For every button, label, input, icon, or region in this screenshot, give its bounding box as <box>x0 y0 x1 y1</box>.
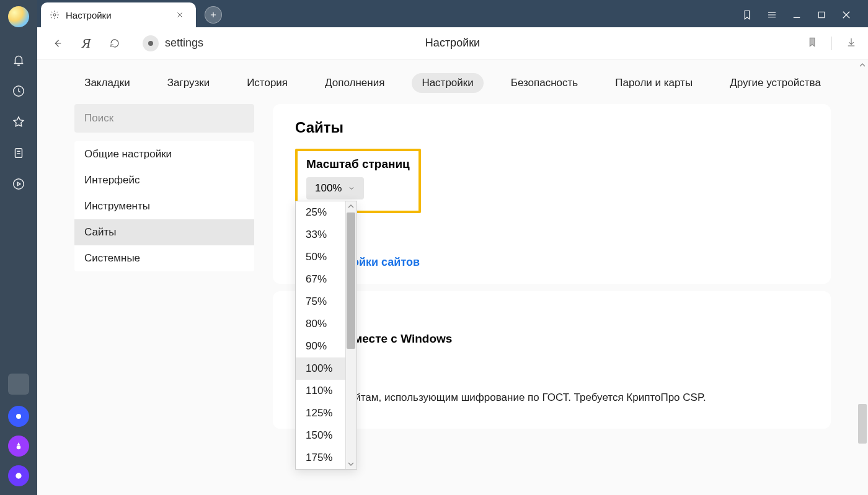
topnav-devices[interactable]: Другие устройства <box>720 73 831 93</box>
dropdown-scrollbar[interactable] <box>345 201 356 469</box>
svg-point-5 <box>16 473 21 478</box>
link-adv-settings-partial[interactable]: ные настройки сайтов <box>295 256 808 269</box>
back-button[interactable] <box>48 34 67 53</box>
scroll-down-icon[interactable] <box>348 461 354 467</box>
svg-point-6 <box>53 14 56 16</box>
download-icon[interactable] <box>846 37 857 50</box>
scroll-up-icon[interactable] <box>348 203 354 209</box>
scrollbar-thumb[interactable] <box>858 404 867 444</box>
zoom-select[interactable]: 100% <box>306 177 364 199</box>
play-circle-icon[interactable] <box>12 177 25 191</box>
chevron-down-icon <box>348 185 355 192</box>
zoom-value: 100% <box>315 182 342 195</box>
tab-title: Настройки <box>66 10 112 20</box>
start-with-windows-label: Браузер вместе с Windows <box>295 332 808 346</box>
settings-favicon-icon <box>143 35 159 51</box>
sites-heading: Сайты <box>295 119 808 136</box>
window-close-icon[interactable] <box>841 9 852 20</box>
reload-button[interactable] <box>105 34 124 53</box>
sidenav-sites[interactable]: Сайты <box>74 219 254 245</box>
topnav-downloads[interactable]: Загрузки <box>157 73 219 93</box>
content-area: Закладки Загрузки История Дополнения Нас… <box>37 59 868 495</box>
sidebar-app-3-icon[interactable] <box>8 465 29 486</box>
new-tab-button[interactable] <box>205 6 222 24</box>
url-text: settings <box>165 37 203 50</box>
close-icon[interactable] <box>172 7 187 22</box>
sidenav-tools[interactable]: Инструменты <box>74 193 254 219</box>
topnav-passwords[interactable]: Пароли и карты <box>605 73 702 93</box>
menu-icon[interactable] <box>766 9 777 20</box>
sidebar-add-button[interactable] <box>8 374 29 395</box>
topnav-history[interactable]: История <box>237 73 298 93</box>
settings-topnav: Закладки Загрузки История Дополнения Нас… <box>37 59 868 104</box>
topnav-addons[interactable]: Дополнения <box>315 73 394 93</box>
svg-point-4 <box>17 445 21 450</box>
topnav-bookmarks[interactable]: Закладки <box>74 73 140 93</box>
window-maximize-icon[interactable] <box>816 9 827 20</box>
sidenav-general[interactable]: Общие настройки <box>74 141 254 167</box>
other-heading-suffix: ые <box>295 302 808 320</box>
topnav-security[interactable]: Безопасность <box>501 73 588 93</box>
sidenav-interface[interactable]: Интерфейс <box>74 167 254 193</box>
zoom-dropdown[interactable]: 25% 33% 50% 67% 75% 80% 90% 100% 110% 12… <box>295 201 357 470</box>
star-icon[interactable] <box>12 115 25 129</box>
topnav-settings[interactable]: Настройки <box>412 73 483 93</box>
link-sites-partial[interactable]: сайтов <box>295 224 808 237</box>
tab-settings[interactable]: Настройки <box>41 2 196 27</box>
sidebar-app-2-icon[interactable] <box>8 436 29 457</box>
settings-search-input[interactable]: Поиск <box>74 104 254 133</box>
page-title: Настройки <box>425 37 480 50</box>
gost-line: очаться к сайтам, использующим шифровани… <box>295 392 808 404</box>
scrollbar-thumb[interactable] <box>347 212 355 349</box>
svg-point-3 <box>16 414 21 419</box>
bell-icon[interactable] <box>12 53 25 67</box>
scroll-up-icon[interactable] <box>859 62 866 68</box>
search-placeholder: Поиск <box>84 112 113 125</box>
sidebar-app-1-icon[interactable] <box>8 406 29 427</box>
avatar[interactable] <box>8 6 29 27</box>
svg-rect-7 <box>818 12 824 17</box>
bookmark-icon[interactable] <box>807 37 818 50</box>
zoom-label: Масштаб страниц <box>306 157 410 171</box>
address-bar: Я settings Настройки <box>37 27 868 59</box>
svg-rect-1 <box>16 149 22 158</box>
svg-point-2 <box>14 179 24 190</box>
page-scrollbar[interactable] <box>857 59 868 495</box>
browser-sidebar <box>0 0 37 495</box>
tabs-strip: Настройки <box>37 0 868 27</box>
bookmark-bar-icon[interactable] <box>742 9 753 20</box>
url-display[interactable]: settings <box>143 35 203 51</box>
clock-icon[interactable] <box>12 84 25 98</box>
divider <box>831 37 832 50</box>
settings-side-nav: Общие настройки Интерфейс Инструменты Са… <box>74 141 254 271</box>
clipboard-icon[interactable] <box>12 146 25 160</box>
yandex-logo-icon[interactable]: Я <box>77 34 95 53</box>
window-minimize-icon[interactable] <box>791 9 802 20</box>
gear-icon <box>50 10 60 20</box>
sidenav-system[interactable]: Системные <box>74 245 254 271</box>
svg-point-8 <box>148 41 153 46</box>
